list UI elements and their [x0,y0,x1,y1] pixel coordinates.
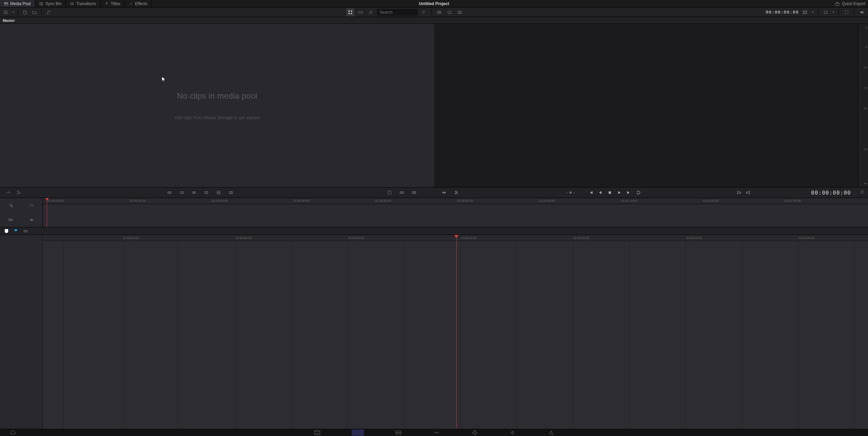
tools-button-2[interactable] [398,188,406,197]
transport-timecode[interactable]: 00:00:00:00 [811,189,851,196]
deliver-page-icon [548,430,554,435]
video-track-button[interactable] [6,216,15,224]
ruler-tick: 01:01:30:00 [784,199,801,202]
svg-point-23 [439,12,440,13]
source-clip-button[interactable] [445,8,454,16]
timeline-menu-button[interactable] [860,189,865,196]
source-overwrite-button[interactable] [227,188,235,197]
dual-viewer-button[interactable] [456,8,464,16]
svg-point-79 [473,432,474,433]
upper-timeline-ruler[interactable]: 01:00:00:0001:00:10:0001:00:20:0001:00:3… [43,198,868,204]
audio-track-button[interactable] [28,216,36,224]
cut-page-button[interactable] [352,430,364,436]
close-up-button[interactable] [202,188,210,197]
source-tape-button[interactable] [435,8,443,16]
sort-button[interactable] [420,8,428,16]
fusion-page-button[interactable] [433,430,440,436]
next-edit-icon[interactable]: › [574,191,575,195]
lower-timeline[interactable]: 00:59:54:0000:59:56:0000:59:58:0001:00:0… [43,235,868,429]
search-input[interactable] [377,9,418,16]
deliver-page-button[interactable] [547,430,555,436]
ruler-tick: 01:00:10:00 [130,199,146,202]
smart-insert-button[interactable] [165,188,174,197]
edit-index-nav[interactable]: ‹ › [566,191,575,195]
fullscreen-button[interactable] [842,8,851,16]
color-page-button[interactable] [471,430,479,436]
ruler-tick: 00:59:56:00 [235,236,252,240]
safe-area-dropdown[interactable]: ▾ [811,11,814,14]
add-marker-button[interactable] [4,229,9,234]
import-media-button[interactable] [21,8,29,16]
flag-icon [14,229,18,234]
tools-button-1[interactable] [385,188,394,197]
upper-timeline[interactable]: 01:00:00:0001:00:10:0001:00:20:0001:00:3… [43,198,868,227]
scissors-icon [17,190,21,195]
viewer-timecode[interactable]: 00:00:00:00 [766,10,799,15]
upper-playhead[interactable] [45,198,49,201]
audio-meters-button[interactable] [858,8,866,16]
go-end-button[interactable] [627,190,631,195]
svg-point-39 [206,192,207,193]
add-flag-button[interactable] [14,229,18,234]
play-button[interactable] [617,190,622,195]
audio-lock-button[interactable] [28,201,36,209]
lower-timeline-track-headers[interactable] [0,235,43,429]
ruler-tick: 01:01:00:00 [539,199,555,202]
tab-titles[interactable]: Titles [101,0,125,7]
svg-rect-24 [448,11,451,13]
view-thumbnails-button[interactable] [346,8,354,16]
svg-rect-3 [40,2,41,5]
play-reverse-button[interactable] [598,190,603,195]
lower-playhead[interactable] [454,235,458,238]
split-clip-button[interactable] [15,188,23,197]
mark-in-button[interactable] [737,190,741,195]
viewer-options-button[interactable] [822,8,830,16]
svg-point-61 [30,206,31,207]
media-pool-empty-subtitle: Add clips from Media Storage to get star… [174,115,260,120]
svg-rect-36 [192,192,194,193]
bin-list-dropdown[interactable]: ▾ [12,11,15,14]
safe-area-button[interactable] [801,8,809,16]
append-button[interactable] [178,188,186,197]
place-on-top-button[interactable] [215,188,223,197]
tab-effects[interactable]: Effects [125,0,152,7]
svg-rect-28 [804,11,806,13]
fairlight-page-button[interactable] [509,430,517,436]
snapping-button[interactable] [23,229,28,234]
boring-detector-button[interactable] [4,188,12,197]
go-start-button[interactable] [588,190,593,195]
quick-export-button[interactable]: Quick Export [835,1,865,6]
tab-media-pool[interactable]: Media Pool [0,0,35,7]
sync-clips-button[interactable] [44,8,53,16]
timeline-options-button[interactable] [452,188,460,197]
bin-list-button[interactable] [2,8,10,16]
ruler-tick: 01:00:00:00 [460,236,477,240]
media-page-button[interactable] [313,430,321,436]
speaker-icon [859,10,864,15]
ruler-tick: 01:00:06:00 [798,236,814,240]
ripple-overwrite-button[interactable] [190,188,198,197]
edit-page-button[interactable] [395,430,402,436]
loop-button[interactable] [636,190,641,195]
breadcrumb[interactable]: Master [0,17,868,24]
tab-transitions[interactable]: Transitions [66,0,100,7]
video-lock-button[interactable] [6,201,15,209]
mark-out-button[interactable] [746,190,750,195]
snap-icon [23,229,28,233]
home-page-button[interactable] [10,430,16,436]
view-list-button[interactable] [367,8,375,16]
tools-button-3[interactable] [410,188,418,197]
fast-review-button[interactable] [440,188,448,197]
svg-point-30 [17,191,19,192]
stop-button[interactable] [607,190,612,195]
prev-edit-icon[interactable]: ‹ [566,191,568,195]
viewer-panel[interactable] [434,24,858,187]
transitions-icon [70,2,74,6]
svg-rect-14 [359,11,363,13]
quick-export-label: Quick Export [842,1,865,6]
viewer-options-dropdown[interactable]: ▾ [832,11,835,14]
media-pool-panel[interactable]: No clips in media pool Add clips from Me… [0,24,434,187]
tab-sync-bin[interactable]: Sync Bin [35,0,66,7]
import-folder-button[interactable] [30,8,39,16]
view-strip-button[interactable] [356,8,365,16]
